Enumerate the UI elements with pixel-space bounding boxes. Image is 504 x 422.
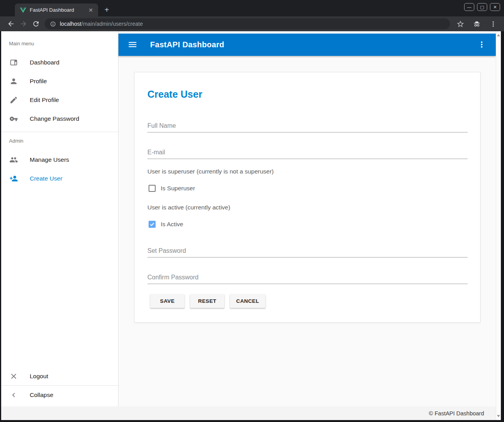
person-add-icon	[9, 174, 18, 183]
confirm-password-input[interactable]	[147, 271, 468, 284]
page-info-icon[interactable]	[50, 21, 56, 27]
sidebar-item-profile[interactable]: Profile	[1, 72, 118, 91]
browser-titlebar: FastAPI Dashboard ✕ + — ▢ ✕	[0, 0, 504, 16]
close-icon	[9, 372, 18, 381]
hamburger-menu-button[interactable]	[127, 39, 138, 50]
cancel-button[interactable]: CANCEL	[230, 294, 265, 308]
checkbox-box[interactable]	[149, 221, 156, 228]
full-name-field-wrap	[147, 119, 468, 132]
hamburger-icon	[127, 39, 138, 50]
sidebar: Main menu Dashboard Profile	[1, 31, 118, 406]
sidebar-item-collapse[interactable]: Collapse	[1, 386, 118, 404]
back-arrow-icon	[7, 20, 15, 28]
address-bar[interactable]: localhost/main/admin/users/create	[45, 18, 450, 29]
browser-window: FastAPI Dashboard ✕ + — ▢ ✕ localhost/ma…	[0, 0, 504, 422]
form-buttons: SAVE RESET CANCEL	[150, 294, 265, 308]
url-text: localhost/main/admin/users/create	[60, 21, 143, 27]
checkbox-label: Is Active	[161, 221, 183, 228]
is-superuser-checkbox[interactable]: Is Superuser	[149, 185, 195, 192]
incognito-indicator	[470, 18, 483, 30]
set-password-input[interactable]	[147, 244, 468, 257]
forward-button[interactable]	[17, 18, 30, 30]
window-minimize-button[interactable]: —	[464, 3, 474, 11]
vue-favicon-icon	[20, 7, 26, 13]
check-icon	[149, 222, 155, 227]
app-bar: FastAPI Dashboard	[118, 34, 496, 56]
page-content: Main menu Dashboard Profile	[1, 31, 501, 420]
main-area: FastAPI Dashboard Create User User is su…	[118, 31, 496, 406]
reset-button[interactable]: RESET	[190, 294, 224, 308]
browser-tab[interactable]: FastAPI Dashboard ✕	[15, 4, 98, 16]
back-button[interactable]	[5, 18, 17, 30]
sidebar-item-manage-users[interactable]: Manage Users	[1, 150, 118, 169]
appbar-title: FastAPI Dashboard	[150, 40, 224, 49]
checkbox-box[interactable]	[149, 185, 156, 192]
is-active-checkbox[interactable]: Is Active	[149, 221, 183, 228]
password-field-wrap	[147, 244, 468, 257]
full-name-input[interactable]	[147, 119, 468, 132]
scrollbar-up-arrow-icon[interactable]	[497, 34, 500, 36]
email-input[interactable]	[147, 146, 468, 159]
checkbox-label: Is Superuser	[161, 185, 195, 192]
copyright-text: © FastAPI Dashboard	[429, 410, 484, 417]
confirm-password-field-wrap	[147, 271, 468, 284]
reload-button[interactable]	[30, 18, 42, 30]
kebab-menu-icon	[489, 20, 497, 28]
key-icon	[9, 114, 18, 123]
person-icon	[9, 77, 18, 86]
tab-close-icon[interactable]: ✕	[87, 7, 94, 14]
page-footer: © FastAPI Dashboard	[1, 406, 496, 420]
people-icon	[9, 156, 18, 164]
bookmark-button[interactable]	[454, 18, 466, 30]
browser-toolbar: localhost/main/admin/users/create	[0, 16, 504, 31]
browser-menu-button[interactable]	[487, 18, 499, 30]
active-note: User is active (currently active)	[147, 204, 230, 211]
save-button[interactable]: SAVE	[150, 294, 185, 308]
page-title: Create User	[147, 89, 202, 100]
kebab-menu-icon	[477, 40, 486, 49]
chevron-left-icon	[9, 391, 18, 399]
superuser-note: User is superuser (currently is not a su…	[147, 168, 274, 175]
sidebar-item-edit-profile[interactable]: Edit Profile	[1, 91, 118, 109]
forward-arrow-icon	[20, 20, 27, 28]
scrollbar-down-arrow-icon[interactable]	[497, 415, 500, 417]
sidebar-item-logout[interactable]: Logout	[1, 367, 118, 386]
star-icon	[456, 20, 465, 28]
tab-title: FastAPI Dashboard	[30, 7, 87, 13]
appbar-menu-button[interactable]	[477, 40, 487, 50]
sidebar-section-admin: Admin	[9, 138, 23, 144]
sidebar-divider	[1, 132, 118, 132]
incognito-icon	[473, 20, 481, 28]
create-user-card: Create User User is superuser (currently…	[134, 72, 481, 323]
window-close-button[interactable]: ✕	[490, 3, 500, 11]
email-field-wrap	[147, 146, 468, 159]
sidebar-item-change-password[interactable]: Change Password	[1, 109, 118, 128]
window-maximize-button[interactable]: ▢	[477, 3, 487, 11]
sidebar-item-create-user[interactable]: Create User	[1, 169, 118, 188]
new-tab-button[interactable]: +	[102, 5, 112, 15]
sidebar-item-dashboard[interactable]: Dashboard	[1, 53, 118, 72]
page-scrollbar[interactable]	[496, 31, 501, 420]
sidebar-section-main-menu: Main menu	[9, 41, 34, 46]
reload-icon	[32, 20, 40, 28]
pencil-icon	[9, 96, 18, 104]
dashboard-icon	[9, 58, 18, 67]
